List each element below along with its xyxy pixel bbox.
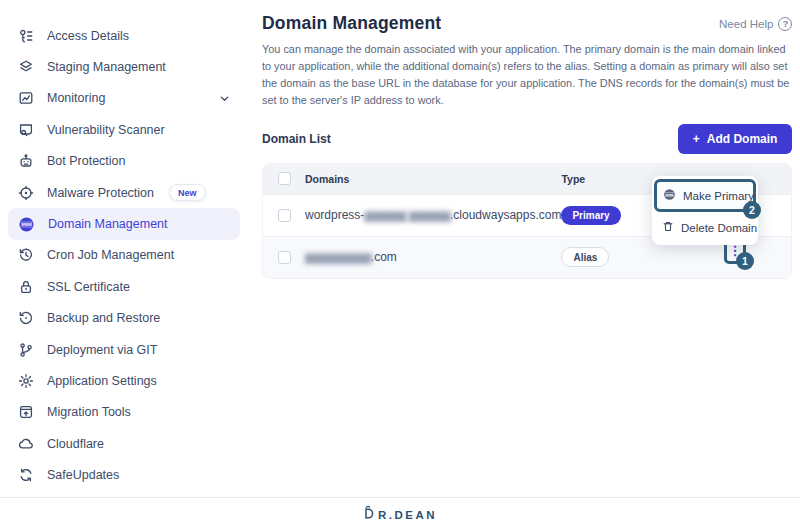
sidebar-item-malware-protection[interactable]: Malware Protection New (8, 177, 240, 208)
sidebar-item-access-details[interactable]: Access Details (8, 20, 240, 51)
sidebar-item-label: Vulnerability Scanner (47, 123, 165, 137)
menu-item-delete-domain[interactable]: Delete Domain (657, 214, 753, 241)
sidebar-item-backup-and-restore[interactable]: Backup and Restore (8, 303, 240, 334)
trash-icon (662, 220, 674, 235)
select-all-checkbox[interactable] (278, 172, 291, 185)
redacted-text: ▆▆▆▆▆▆▆▆ (305, 250, 371, 264)
domain-list-label: Domain List (262, 132, 331, 146)
brand-logo-text: R.DEAN (378, 509, 437, 521)
alias-type-badge: Alias (561, 247, 609, 267)
lock-icon (18, 279, 34, 295)
sidebar-item-label: SafeUpdates (47, 468, 119, 482)
new-badge: New (169, 184, 206, 201)
sidebar-item-bot-protection[interactable]: Bot Protection (8, 146, 240, 177)
git-branch-icon (18, 342, 34, 358)
annotation-box-step-2: www Make Primary 2 (654, 179, 756, 212)
redacted-text: ▆▆▆▆▆ (364, 208, 405, 222)
sidebar-item-label: Bot Protection (47, 154, 126, 168)
sidebar-item-cron-job-management[interactable]: Cron Job Management (8, 240, 240, 271)
menu-item-label: Delete Domain (681, 222, 757, 234)
add-domain-button[interactable]: + Add Domain (678, 124, 793, 154)
svg-text:www: www (664, 193, 673, 197)
refresh-icon (18, 467, 34, 483)
sidebar-item-cloudflare[interactable]: Cloudflare (8, 428, 240, 459)
restore-icon (18, 310, 34, 326)
sidebar: Access Details Staging Management Monito… (0, 0, 252, 497)
sidebar-item-migration-tools[interactable]: Migration Tools (8, 397, 240, 428)
page: Access Details Staging Management Monito… (0, 0, 800, 531)
domain-name: ▆▆▆▆▆▆▆▆.com (305, 250, 561, 264)
main-content: Domain Management Need Help ? You can ma… (252, 0, 800, 497)
cloud-icon (18, 436, 34, 452)
sidebar-item-label: Domain Management (48, 217, 168, 231)
need-help-label: Need Help (719, 18, 773, 30)
sidebar-item-deployment-via-git[interactable]: Deployment via GIT (8, 334, 240, 365)
sidebar-item-label: Monitoring (47, 91, 105, 105)
annotation-step-badge: 2 (743, 201, 761, 219)
sidebar-item-label: Application Settings (47, 374, 157, 388)
question-circle-icon: ? (778, 17, 792, 31)
sidebar-item-label: Access Details (47, 29, 129, 43)
sidebar-item-label: Deployment via GIT (47, 343, 157, 357)
layers-icon (18, 59, 34, 75)
row-checkbox[interactable] (278, 251, 291, 264)
sidebar-item-monitoring[interactable]: Monitoring (8, 83, 240, 114)
sidebar-item-safeupdates[interactable]: SafeUpdates (8, 459, 240, 490)
annotation-step-badge: 1 (736, 252, 754, 270)
page-title: Domain Management (262, 13, 441, 34)
svg-text:www: www (20, 222, 32, 227)
plus-icon: + (693, 132, 700, 146)
menu-item-make-primary[interactable]: www Make Primary (658, 182, 752, 209)
primary-type-badge: Primary (561, 206, 620, 225)
robot-icon (18, 153, 34, 169)
sidebar-item-label: Backup and Restore (47, 311, 160, 325)
clock-history-icon (18, 247, 34, 263)
shield-scan-icon (18, 122, 34, 138)
sidebar-item-label: Malware Protection (47, 186, 154, 200)
gear-icon (18, 373, 34, 389)
need-help-link[interactable]: Need Help ? (719, 17, 792, 31)
sidebar-item-label: Cron Job Management (47, 248, 174, 262)
www-globe-icon: www (18, 216, 35, 233)
www-globe-icon: www (663, 188, 676, 203)
migration-box-icon (18, 404, 34, 420)
footer: R.DEAN (0, 497, 800, 531)
column-header-domains: Domains (305, 173, 561, 185)
chevron-down-icon[interactable] (219, 93, 230, 104)
target-icon (18, 185, 34, 201)
sidebar-item-ssl-certificate[interactable]: SSL Certificate (8, 271, 240, 302)
page-description: You can manage the domain associated wit… (262, 41, 792, 109)
key-card-icon (18, 28, 34, 44)
row-context-menu: www Make Primary 2 Delete Domain (652, 176, 758, 245)
sidebar-item-vulnerability-scanner[interactable]: Vulnerability Scanner (8, 114, 240, 145)
sidebar-item-application-settings[interactable]: Application Settings (8, 365, 240, 396)
sidebar-item-label: SSL Certificate (47, 280, 130, 294)
sidebar-item-label: Migration Tools (47, 405, 131, 419)
chart-icon (18, 90, 34, 106)
sidebar-item-label: Cloudflare (47, 437, 104, 451)
brand-logo-mark-icon (363, 505, 375, 524)
sidebar-item-domain-management[interactable]: www Domain Management (8, 208, 240, 239)
row-checkbox[interactable] (278, 209, 291, 222)
menu-item-label: Make Primary (683, 190, 754, 202)
redacted-text: ▆▆▆▆▆ (409, 208, 450, 222)
sidebar-item-label: Staging Management (47, 60, 166, 74)
add-domain-label: Add Domain (707, 132, 778, 146)
sidebar-item-staging-management[interactable]: Staging Management (8, 51, 240, 82)
domain-name: wordpress-▆▆▆▆▆ ▆▆▆▆▆.cloudwaysapps.com (305, 208, 561, 222)
